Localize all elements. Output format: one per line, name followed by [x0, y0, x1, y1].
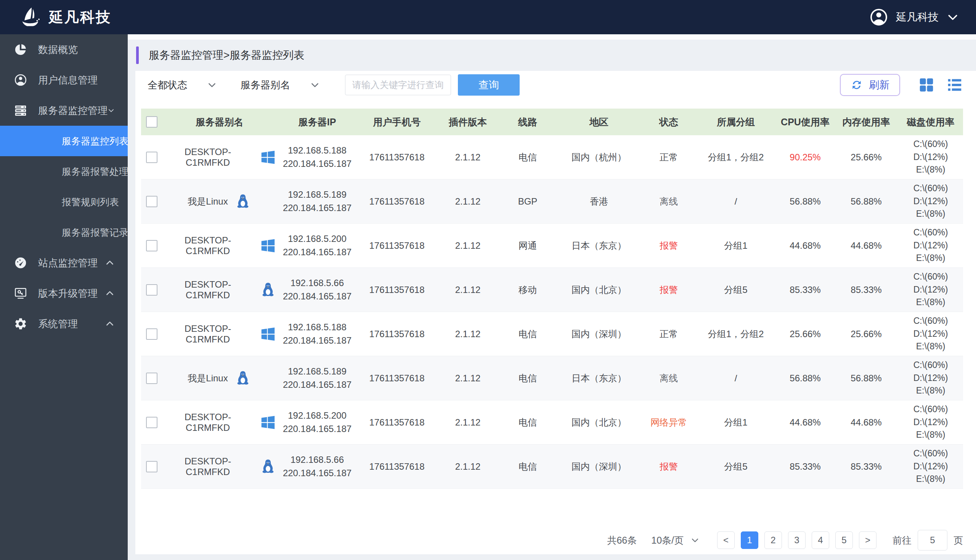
breadcrumb: 服务器监控管理>服务器监控列表 — [149, 48, 304, 62]
grid-view-icon[interactable] — [918, 76, 935, 94]
gauge-icon — [14, 256, 27, 270]
plugin-version-cell: 2.1.12 — [436, 196, 500, 207]
field-filter-select[interactable]: 服务器别名 — [241, 78, 320, 92]
server-alias-cell: DESKTOP-C1RMFKD — [162, 279, 277, 300]
disk-usage-cell: C:\(60%)D:\(12%)E:\(8%) — [898, 403, 963, 441]
memory-usage-cell: 25.66% — [834, 152, 898, 163]
goto-page-input[interactable] — [918, 530, 948, 550]
page-button-4[interactable]: 4 — [812, 532, 829, 549]
line-cell: 网通 — [500, 240, 556, 252]
ip-address: 192.168.5.200 — [277, 409, 358, 422]
status-cell: 报警 — [642, 240, 695, 252]
chevron-down-icon[interactable] — [946, 11, 959, 23]
ip-address: 192.168.5.189 — [277, 188, 358, 202]
sidebar-subitem-服务器监控列表[interactable]: 服务器监控列表 — [0, 126, 128, 156]
sidebar-subitem-报警规则列表[interactable]: 报警规则列表 — [0, 187, 128, 217]
server-rack-icon — [14, 103, 27, 117]
server-alias: DESKTOP-C1RMFKD — [162, 412, 253, 433]
status-cell: 报警 — [642, 460, 695, 473]
cpu-usage-cell: 44.68% — [776, 417, 834, 428]
table-row: DESKTOP-C1RMFKD192.168.5.66220.184.165.1… — [141, 445, 963, 489]
user-menu[interactable]: 延凡科技 — [869, 8, 959, 27]
sidebar-item-用户信息管理[interactable]: 用户信息管理 — [0, 65, 128, 95]
page-button-3[interactable]: 3 — [788, 532, 806, 549]
prev-page-button[interactable]: < — [717, 532, 735, 549]
memory-usage-cell: 85.33% — [834, 461, 898, 472]
sidebar-item-label: 站点监控管理 — [38, 257, 105, 270]
row-select-cell — [141, 373, 162, 384]
status-cell: 离线 — [642, 195, 695, 208]
phone-cell: 17611357618 — [358, 417, 436, 428]
row-checkbox[interactable] — [146, 196, 157, 207]
column-header-内存使用率: 内存使用率 — [834, 116, 898, 128]
cpu-usage-cell: 90.25% — [776, 152, 834, 163]
select-all-cell — [141, 116, 162, 128]
search-input[interactable] — [345, 75, 451, 95]
region-cell: 国内（北京） — [556, 417, 642, 428]
row-select-cell — [141, 461, 162, 472]
row-checkbox[interactable] — [146, 284, 157, 296]
server-alias-cell: DESKTOP-C1RMFKD — [162, 456, 277, 477]
disk-usage-cell: C:\(60%)D:\(12%)E:\(8%) — [898, 138, 963, 176]
list-view-icon[interactable] — [946, 76, 963, 94]
disk-usage-cell: C:\(60%)D:\(12%)E:\(8%) — [898, 182, 963, 220]
field-filter-value: 服务器别名 — [241, 78, 290, 92]
refresh-label: 刷新 — [869, 78, 889, 92]
sidebar-item-版本升级管理[interactable]: 版本升级管理 — [0, 278, 128, 308]
region-cell: 国内（深圳） — [556, 328, 642, 340]
column-header-线路: 线路 — [500, 116, 556, 128]
ip-address: 192.168.5.66 — [277, 277, 358, 290]
gear-icon — [14, 317, 27, 331]
query-button[interactable]: 查询 — [458, 74, 520, 96]
disk-line: C:\(60%) — [898, 403, 963, 416]
view-toggle — [918, 76, 963, 94]
row-checkbox[interactable] — [146, 461, 157, 472]
sidebar-item-label: 服务器监控管理 — [38, 104, 107, 117]
sidebar-item-数据概览[interactable]: 数据概览 — [0, 34, 128, 65]
next-page-button[interactable]: > — [859, 532, 876, 549]
row-select-cell — [141, 196, 162, 207]
group-cell: 分组1 — [695, 417, 776, 428]
pagination: 共66条10条/页<12345>前往页 — [141, 530, 963, 550]
plugin-version-cell: 2.1.12 — [436, 152, 500, 163]
status-cell: 正常 — [642, 151, 695, 163]
server-ip-cell: 192.168.5.189220.184.165.187 — [277, 188, 358, 215]
top-strip — [128, 34, 976, 40]
server-ip-cell: 192.168.5.200220.184.165.187 — [277, 409, 358, 436]
row-checkbox[interactable] — [146, 152, 157, 163]
windows-os-icon — [259, 325, 277, 343]
memory-usage-cell: 25.66% — [834, 329, 898, 340]
sidebar-item-系统管理[interactable]: 系统管理 — [0, 308, 128, 339]
row-checkbox[interactable] — [146, 328, 157, 340]
plugin-version-cell: 2.1.12 — [436, 285, 500, 295]
ip-address: 220.184.165.187 — [277, 246, 358, 259]
refresh-button[interactable]: 刷新 — [840, 74, 900, 96]
server-table: 服务器别名服务器IP用户手机号插件版本线路地区状态所属分组CPU使用率内存使用率… — [141, 108, 963, 489]
row-checkbox[interactable] — [146, 373, 157, 384]
page-size-select[interactable]: 10条/页 — [651, 534, 700, 547]
row-checkbox[interactable] — [146, 417, 157, 428]
sidebar-subitem-服务器报警处理[interactable]: 服务器报警处理 — [0, 156, 128, 187]
phone-cell: 17611357618 — [358, 152, 436, 163]
sidebar-item-服务器监控管理[interactable]: 服务器监控管理 — [0, 95, 128, 126]
ip-address: 220.184.165.187 — [277, 422, 358, 436]
region-cell: 国内（北京） — [556, 284, 642, 296]
memory-usage-cell: 44.68% — [834, 240, 898, 251]
sidebar-item-站点监控管理[interactable]: 站点监控管理 — [0, 248, 128, 278]
chevron-up-icon — [105, 288, 115, 298]
group-cell: / — [695, 373, 776, 383]
sidebar-subitem-label: 服务器报警记录 — [62, 226, 129, 239]
server-ip-cell: 192.168.5.188220.184.165.187 — [277, 144, 358, 171]
row-checkbox[interactable] — [146, 240, 157, 252]
group-cell: 分组5 — [695, 284, 776, 296]
server-alias-cell: DESKTOP-C1RMFKD — [162, 235, 277, 257]
sidebar-subitem-服务器报警记录[interactable]: 服务器报警记录 — [0, 217, 128, 248]
page-button-2[interactable]: 2 — [764, 532, 782, 549]
server-ip-cell: 192.168.5.189220.184.165.187 — [277, 365, 358, 392]
select-all-checkbox[interactable] — [146, 116, 157, 128]
status-filter-select[interactable]: 全都状态 — [147, 78, 217, 92]
refresh-icon — [851, 79, 863, 91]
page-button-5[interactable]: 5 — [835, 532, 853, 549]
status-cell: 正常 — [642, 328, 695, 340]
page-button-1[interactable]: 1 — [741, 532, 758, 549]
